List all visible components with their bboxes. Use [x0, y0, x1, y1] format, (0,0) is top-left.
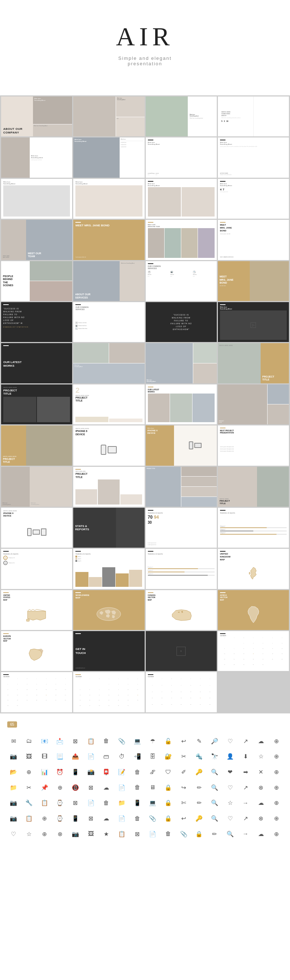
icon-item: 🗑 [100, 797, 113, 810]
icon-item: ↩ [177, 812, 190, 825]
top-bar-30 [75, 674, 81, 675]
icon-item: ⊠ [84, 781, 97, 794]
slide-iphone-2: Write here IPHONE 6DEVICE [146, 425, 217, 465]
icon-item: 🛡 [162, 766, 175, 778]
icon-item: ✉ [7, 735, 20, 748]
icon-item: 💻 [131, 735, 144, 748]
icons-section: 65 ✉🗂📧📩⊠📋🗑📎💻☂🔓↩✎🔎♡↗☁⊕📷🖼🎞📃📤📄🗃⏱📲🗄🔐✂🔩🔭👤⬇☆⊕📂… [0, 713, 290, 850]
slide-meet-mrs-jane: MEET MRS. JANE BOND Lorem ipsum dolor si… [73, 220, 144, 260]
icon-item: ⊗ [255, 812, 268, 825]
icon-item: 📄 [84, 797, 97, 810]
icon-item: ⏱ [116, 751, 128, 763]
top-bar-16 [148, 510, 153, 511]
icon-item: ↪ [177, 781, 190, 794]
slides-grid: ABOUT OUR COMPANY Write hereSomething Ab… [0, 95, 290, 713]
icon-item: 📧 [38, 735, 51, 748]
slide-stats-reports: STATS &REPORTS [73, 508, 144, 548]
icon-item: ⊕ [23, 766, 35, 778]
icon-item: ✐ [177, 766, 190, 778]
slide-statistics-4: Statistics & reports item 1 item 2 item … [73, 549, 144, 589]
icons-count-badge: 65 [7, 721, 17, 727]
hero-section: AIR Simple and elegant presentation [0, 0, 290, 95]
top-bar-20 [148, 551, 153, 552]
icon-item: 🗑 [100, 735, 113, 748]
slide-calendar-3: CALENDAR MTWTFSS 1234 567891011 12131415… [73, 672, 144, 712]
icon-item: ⊠ [84, 812, 97, 825]
icon-item: 🔎 [208, 735, 221, 748]
icon-item: ☁ [255, 735, 268, 748]
slide-person-1: Write hereSomething about Lorem ipsum te… [1, 137, 72, 177]
slide-stats-text: Write hereSomething About something text… [146, 137, 217, 177]
top-bar-27 [75, 633, 81, 634]
icon-item: 📱 [69, 812, 82, 825]
icon-item: ⊕ [54, 781, 67, 794]
icon-item: ⊕ [270, 766, 283, 778]
icon-item: → [239, 828, 252, 840]
icon-item: 🗄 [146, 751, 159, 763]
slide-canada-map: CANADAVECTORMAP [146, 590, 217, 630]
icons-grid: ✉🗂📧📩⊠📋🗑📎💻☂🔓↩✎🔎♡↗☁⊕📷🖼🎞📃📤📄🗃⏱📲🗄🔐✂🔩🔭👤⬇☆⊕📂⊕📊⏰… [7, 733, 283, 842]
slide-meet-awesome: MEET OURAWESOME TEAM [146, 220, 217, 260]
icon-item: 📋 [116, 828, 128, 840]
slide-success-quote-1: "SUCCESS ISWALKING FROMFAILURE TOFAILURE… [1, 302, 72, 342]
icon-item: 📋 [84, 735, 97, 748]
top-bar-17 [220, 510, 225, 511]
slide-worldwide-map: WORLDWIDEMAP [73, 590, 144, 630]
icon-item: 📃 [54, 751, 67, 763]
slide-photo-grid-2: Write hereSomething About [146, 343, 217, 383]
icon-item: ⊕ [38, 812, 51, 825]
top-bar-5 [75, 222, 81, 223]
icon-item: ♡ [223, 735, 236, 748]
slide-calendar-1: CALENDAR MTWTFSS 12345 6789101112 131415… [218, 631, 289, 671]
slide-latest-works-1: OUR LATESTWORKS [1, 343, 72, 383]
icon-item: ✏ [193, 781, 206, 794]
icon-item: ⊠ [131, 828, 144, 840]
top-bar-12 [3, 345, 9, 346]
icon-item: 📵 [69, 781, 82, 794]
icon-item: ☆ [255, 751, 268, 763]
slide-project-photos: PROJECTTITLE [218, 385, 289, 424]
icon-item: ✎ [193, 735, 206, 748]
icon-item: 📄 [84, 751, 97, 763]
icon-item: 📎 [146, 812, 159, 825]
icon-item: ⊗ [255, 781, 268, 794]
icon-item: 🔑 [193, 766, 206, 778]
slide-write-5: Write hereSomething About [146, 179, 217, 219]
icon-item: → [239, 797, 252, 810]
icon-item: 🖼 [84, 828, 97, 840]
icon-item: ⬇ [239, 751, 252, 763]
icon-item: 📷 [7, 751, 20, 763]
slide-meet-mrs-jane-2: MEETMRS. JANEBOND Lorem ipsum role title… [218, 220, 289, 260]
slide-write-photo-2: Write hereSomething about Write hereSome… [1, 467, 72, 507]
slide-project-title-4: Write here here PROJECTTITLE [73, 467, 144, 507]
icon-item: ♡ [7, 828, 20, 840]
slide-write-3: Write hereSomething About [1, 179, 72, 219]
quote-text-1: "SUCCESS ISWALKING FROMFAILURE TOFAILURE… [3, 307, 70, 325]
icon-item: 📎 [116, 735, 128, 748]
icon-item: ↩ [177, 735, 190, 748]
icon-item: 📊 [38, 766, 51, 778]
slide-get-in-touch: GET INTOUCH contact@email.com [73, 631, 144, 671]
slide-write-here-1: WRITE HERESOMETHINGABOUT Write here some… [218, 97, 289, 136]
icon-item: 🔧 [23, 797, 35, 810]
icon-item: 📁 [7, 781, 20, 794]
top-bar-14 [220, 428, 225, 428]
icon-item: 🗑 [162, 828, 175, 840]
icon-item: 🎞 [38, 751, 51, 763]
slide-us-map: UNITEDSTATESMAP [1, 590, 72, 630]
top-bar-13 [148, 387, 153, 387]
icon-item: 🔓 [162, 735, 175, 748]
icon-item: 🔍 [208, 797, 221, 810]
icon-item: 📮 [100, 766, 113, 778]
icon-item: 🔍 [208, 781, 221, 794]
icon-item: 🔒 [162, 781, 175, 794]
icon-item: ♡ [223, 812, 236, 825]
top-bar-21 [220, 551, 225, 552]
slide-write-here-2: Write hereSomething About Lorem ipsum do… [218, 137, 289, 177]
icon-item: 🔍 [223, 828, 236, 840]
icon-item: 🔭 [208, 751, 221, 763]
about-company-title: ABOUT OUR COMPANY [3, 127, 31, 134]
slide-statistics-1: Statistics & reports 70 94 30 Lorem ipsu… [146, 508, 217, 548]
slide-meet-mrs-jane-3: MEETMRS. JANEBOND role title here [218, 261, 289, 301]
top-bar-6 [148, 222, 153, 223]
